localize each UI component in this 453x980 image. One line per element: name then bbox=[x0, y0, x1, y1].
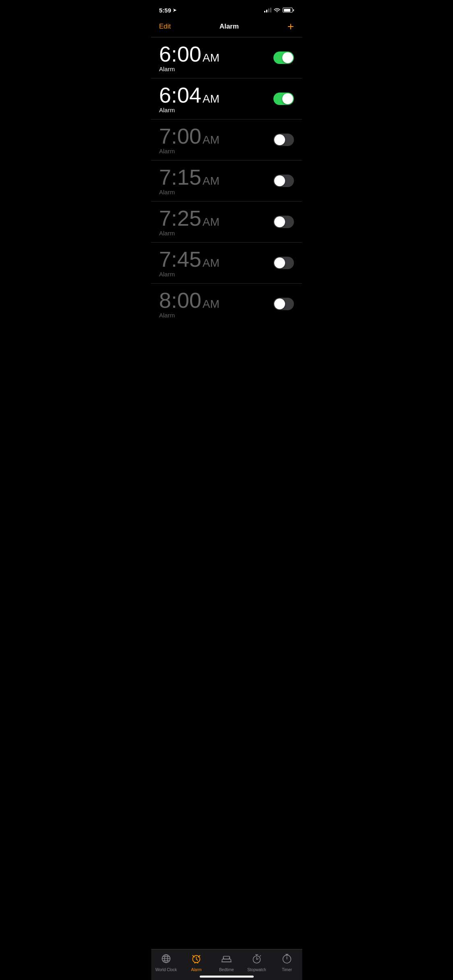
status-time: 5:59 ➤ bbox=[159, 7, 176, 14]
page-title: Alarm bbox=[219, 23, 239, 31]
battery-icon bbox=[283, 8, 294, 12]
alarm-ampm: AM bbox=[203, 93, 219, 105]
alarm-info: 7:25AM Alarm bbox=[159, 207, 219, 237]
alarm-ampm: AM bbox=[203, 216, 219, 228]
toggle-knob bbox=[274, 175, 285, 186]
toggle-knob bbox=[274, 134, 285, 145]
alarm-info: 8:00AM Alarm bbox=[159, 289, 219, 319]
toggle-knob bbox=[274, 299, 285, 309]
toggle-knob bbox=[282, 52, 293, 63]
alarm-ampm: AM bbox=[203, 175, 219, 187]
status-bar: 5:59 ➤ bbox=[151, 0, 302, 18]
alarm-label: Alarm bbox=[159, 148, 219, 154]
alarm-info: 6:04AM Alarm bbox=[159, 84, 219, 113]
alarm-info: 7:00AM Alarm bbox=[159, 125, 219, 154]
nav-bar: Edit Alarm + bbox=[151, 18, 302, 37]
alarm-label: Alarm bbox=[159, 271, 219, 278]
alarm-label: Alarm bbox=[159, 189, 219, 196]
alarm-info: 7:45AM Alarm bbox=[159, 248, 219, 278]
alarm-item[interactable]: 6:00AM Alarm bbox=[151, 37, 302, 78]
alarm-hour: 7:00 bbox=[159, 125, 201, 147]
edit-button[interactable]: Edit bbox=[159, 23, 171, 31]
alarm-list: 6:00AM Alarm 6:04AM Alarm 7:00AM bbox=[151, 37, 302, 360]
alarm-ampm: AM bbox=[203, 52, 219, 64]
status-right bbox=[264, 7, 294, 13]
alarm-time: 7:15AM bbox=[159, 166, 219, 188]
alarm-item[interactable]: 7:15AM Alarm bbox=[151, 161, 302, 202]
alarm-toggle[interactable] bbox=[273, 216, 294, 228]
alarm-time: 7:00AM bbox=[159, 125, 219, 147]
alarm-toggle[interactable] bbox=[273, 134, 294, 146]
toggle-knob bbox=[274, 216, 285, 227]
alarm-hour: 6:04 bbox=[159, 84, 201, 106]
alarm-item[interactable]: 8:00AM Alarm bbox=[151, 284, 302, 324]
alarm-info: 6:00AM Alarm bbox=[159, 43, 219, 72]
alarm-time: 7:25AM bbox=[159, 207, 219, 229]
alarm-hour: 7:15 bbox=[159, 166, 201, 188]
alarm-label: Alarm bbox=[159, 230, 219, 237]
alarm-item[interactable]: 6:04AM Alarm bbox=[151, 78, 302, 119]
toggle-knob bbox=[274, 257, 285, 268]
location-icon: ➤ bbox=[173, 8, 176, 13]
alarm-time: 6:00AM bbox=[159, 43, 219, 65]
alarm-item[interactable]: 7:45AM Alarm bbox=[151, 243, 302, 284]
alarm-toggle[interactable] bbox=[273, 175, 294, 187]
alarm-time: 8:00AM bbox=[159, 289, 219, 311]
signal-bars bbox=[264, 8, 271, 12]
alarm-hour: 8:00 bbox=[159, 289, 201, 311]
alarm-ampm: AM bbox=[203, 134, 219, 146]
alarm-toggle[interactable] bbox=[273, 298, 294, 310]
alarm-time: 6:04AM bbox=[159, 84, 219, 106]
alarm-ampm: AM bbox=[203, 257, 219, 269]
alarm-toggle[interactable] bbox=[273, 257, 294, 269]
alarm-ampm: AM bbox=[203, 299, 219, 310]
alarm-label: Alarm bbox=[159, 312, 219, 319]
toggle-knob bbox=[282, 93, 293, 104]
alarm-label: Alarm bbox=[159, 107, 219, 113]
add-alarm-button[interactable]: + bbox=[288, 21, 294, 32]
alarm-hour: 6:00 bbox=[159, 43, 201, 65]
alarm-toggle[interactable] bbox=[273, 51, 294, 64]
alarm-label: Alarm bbox=[159, 66, 219, 72]
wifi-icon bbox=[274, 7, 280, 13]
alarm-toggle[interactable] bbox=[273, 93, 294, 105]
alarm-item[interactable]: 7:25AM Alarm bbox=[151, 202, 302, 243]
alarm-hour: 7:25 bbox=[159, 207, 201, 229]
alarm-hour: 7:45 bbox=[159, 248, 201, 270]
alarm-item[interactable]: 7:00AM Alarm bbox=[151, 119, 302, 161]
alarm-info: 7:15AM Alarm bbox=[159, 166, 219, 196]
alarm-time: 7:45AM bbox=[159, 248, 219, 270]
